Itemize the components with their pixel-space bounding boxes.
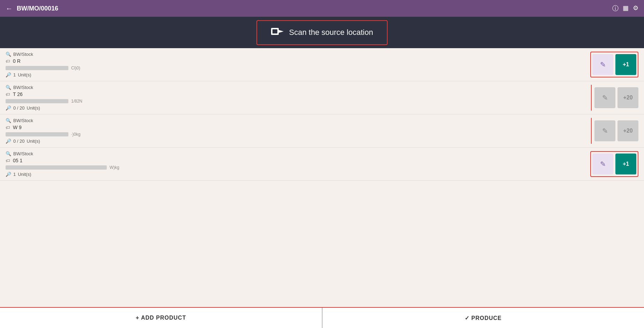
product-row: 🔍 BW/Stock 🏷 T 26 1/82N 🔎 0 / 20 Unit(s) bbox=[0, 81, 644, 114]
location-text: BW/Stock bbox=[13, 52, 33, 57]
product-detail-text: W)kg bbox=[110, 165, 119, 170]
product-name: T 26 bbox=[13, 91, 23, 97]
header-actions: ⓘ ▦ ⚙ bbox=[612, 4, 638, 13]
page-title: BW/MO/00016 bbox=[17, 5, 612, 12]
product-list: 🔍 BW/Stock 🏷 0 R Cl)0) 🔎 1 Unit(s) bbox=[0, 48, 644, 307]
scan-arrow-icon bbox=[271, 27, 284, 39]
scan-button-label: Scan the source location bbox=[289, 28, 373, 37]
row-actions-3: ✎ +1 bbox=[590, 151, 638, 177]
edit-button-1[interactable]: ✎ bbox=[594, 87, 615, 108]
tag-icon: 🏷 bbox=[6, 125, 10, 130]
location-icon: 🔍 bbox=[6, 52, 11, 57]
back-button[interactable]: ← bbox=[6, 5, 13, 13]
product-name-line-0: 🏷 0 R bbox=[6, 58, 587, 64]
footer-actions: + ADD PRODUCT ✓ PRODUCE bbox=[0, 307, 644, 328]
product-detail-row: W)kg bbox=[6, 165, 587, 170]
plus-button-2[interactable]: +20 bbox=[617, 120, 638, 141]
qty-unit: Unit(s) bbox=[18, 172, 31, 177]
row-actions-2: ✎ +20 bbox=[591, 118, 638, 144]
plus-button-0[interactable]: +1 bbox=[615, 54, 636, 75]
add-product-button[interactable]: + ADD PRODUCT bbox=[0, 308, 322, 328]
product-qty-3: 🔎 1 Unit(s) bbox=[6, 172, 587, 177]
product-detail-text: ·)0kg bbox=[71, 132, 81, 137]
product-qty-1: 🔎 0 / 20 Unit(s) bbox=[6, 105, 587, 111]
qty-icon: 🔎 bbox=[6, 139, 11, 144]
product-info-1: 🔍 BW/Stock 🏷 T 26 1/82N 🔎 0 / 20 Unit(s) bbox=[6, 85, 591, 111]
product-detail-text: 1/82N bbox=[71, 99, 82, 104]
product-detail-row: Cl)0) bbox=[6, 65, 587, 71]
tag-icon: 🏷 bbox=[6, 92, 10, 97]
qty-unit: Unit(s) bbox=[27, 105, 40, 111]
qty-unit: Unit(s) bbox=[27, 139, 40, 144]
product-row: 🔍 BW/Stock 🏷 0 R Cl)0) 🔎 1 Unit(s) bbox=[0, 48, 644, 81]
location-icon: 🔍 bbox=[6, 118, 11, 123]
svg-marker-2 bbox=[279, 30, 284, 33]
location-text: BW/Stock bbox=[13, 85, 33, 90]
settings-icon[interactable]: ⚙ bbox=[633, 4, 638, 13]
row-actions-1: ✎ +20 bbox=[591, 85, 638, 111]
qty-value: 1 bbox=[13, 72, 16, 77]
edit-button-3[interactable]: ✎ bbox=[592, 154, 613, 174]
product-name: 05 1 bbox=[13, 158, 22, 163]
tag-icon: 🏷 bbox=[6, 158, 10, 163]
product-detail-bar bbox=[6, 99, 68, 103]
scan-source-button[interactable]: Scan the source location bbox=[256, 20, 388, 45]
plus-button-3[interactable]: +1 bbox=[615, 154, 636, 174]
product-detail-bar bbox=[6, 66, 68, 70]
plus-button-1[interactable]: +20 bbox=[617, 87, 638, 108]
product-info-0: 🔍 BW/Stock 🏷 0 R Cl)0) 🔎 1 Unit(s) bbox=[6, 52, 590, 77]
product-detail-text: Cl)0) bbox=[71, 66, 80, 70]
edit-button-2[interactable]: ✎ bbox=[594, 120, 615, 141]
location-text: BW/Stock bbox=[13, 118, 33, 123]
qty-value: 0 / 20 bbox=[13, 139, 25, 144]
qty-icon: 🔎 bbox=[6, 72, 11, 77]
qty-icon: 🔎 bbox=[6, 172, 11, 177]
qty-icon: 🔎 bbox=[6, 105, 11, 111]
product-location-3: 🔍 BW/Stock bbox=[6, 151, 587, 156]
product-location-0: 🔍 BW/Stock bbox=[6, 52, 587, 57]
product-detail-bar bbox=[6, 132, 68, 136]
product-name: W 9 bbox=[13, 125, 22, 130]
product-info-3: 🔍 BW/Stock 🏷 05 1 W)kg 🔎 1 Unit(s) bbox=[6, 151, 590, 177]
product-row: 🔍 BW/Stock 🏷 W 9 ·)0kg 🔎 0 / 20 Unit(s) bbox=[0, 114, 644, 148]
qty-unit: Unit(s) bbox=[18, 72, 31, 77]
product-name-line-3: 🏷 05 1 bbox=[6, 158, 587, 163]
product-name: 0 R bbox=[13, 58, 21, 64]
qty-value: 0 / 20 bbox=[13, 105, 25, 111]
location-icon: 🔍 bbox=[6, 85, 11, 90]
row-actions-0: ✎ +1 bbox=[590, 52, 638, 77]
location-text: BW/Stock bbox=[13, 151, 33, 156]
qty-value: 1 bbox=[13, 172, 16, 177]
svg-rect-1 bbox=[272, 29, 277, 33]
info-icon[interactable]: ⓘ bbox=[612, 4, 619, 13]
product-location-2: 🔍 BW/Stock bbox=[6, 118, 587, 123]
product-qty-0: 🔎 1 Unit(s) bbox=[6, 72, 587, 77]
product-qty-2: 🔎 0 / 20 Unit(s) bbox=[6, 139, 587, 144]
edit-button-0[interactable]: ✎ bbox=[592, 54, 613, 75]
product-info-2: 🔍 BW/Stock 🏷 W 9 ·)0kg 🔎 0 / 20 Unit(s) bbox=[6, 118, 591, 144]
scan-bar: Scan the source location bbox=[0, 17, 644, 48]
product-location-1: 🔍 BW/Stock bbox=[6, 85, 587, 90]
grid-icon[interactable]: ▦ bbox=[623, 4, 629, 13]
product-row: 🔍 BW/Stock 🏷 05 1 W)kg 🔎 1 Unit(s) bbox=[0, 148, 644, 181]
product-detail-row: ·)0kg bbox=[6, 132, 587, 137]
location-icon: 🔍 bbox=[6, 151, 11, 156]
product-detail-row: 1/82N bbox=[6, 98, 587, 104]
product-detail-bar bbox=[6, 165, 107, 170]
app-header: ← BW/MO/00016 ⓘ ▦ ⚙ bbox=[0, 0, 644, 17]
tag-icon: 🏷 bbox=[6, 59, 10, 64]
produce-button[interactable]: ✓ PRODUCE bbox=[322, 308, 644, 328]
product-name-line-1: 🏷 T 26 bbox=[6, 91, 587, 97]
product-name-line-2: 🏷 W 9 bbox=[6, 125, 587, 130]
